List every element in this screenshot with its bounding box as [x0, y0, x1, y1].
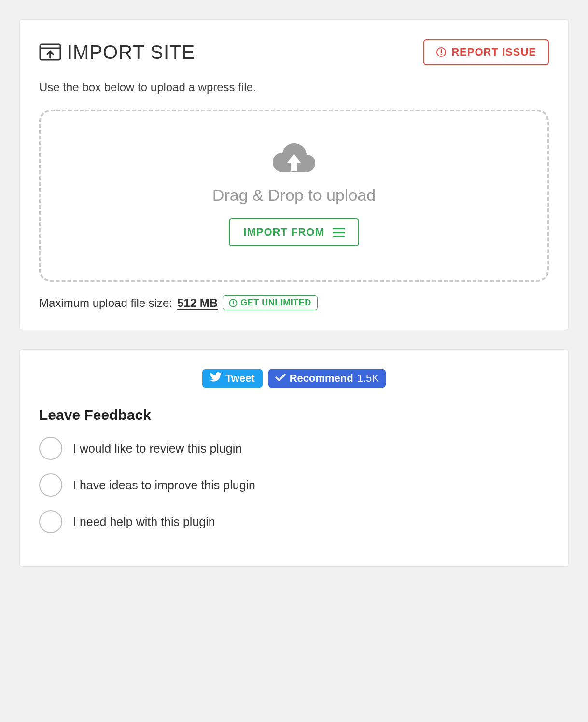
- feedback-option-ideas[interactable]: I have ideas to improve this plugin: [39, 473, 549, 497]
- max-size-label: Maximum upload file size:: [39, 296, 172, 310]
- hamburger-icon: [333, 228, 345, 237]
- import-panel-header: IMPORT SITE REPORT ISSUE: [39, 39, 549, 65]
- dropzone-text: Drag & Drop to upload: [51, 186, 537, 205]
- page-title: IMPORT SITE: [67, 42, 195, 63]
- radio-icon: [39, 510, 62, 533]
- get-unlimited-button[interactable]: GET UNLIMITED: [223, 295, 318, 310]
- feedback-title: Leave Feedback: [39, 407, 549, 423]
- radio-icon: [39, 437, 62, 460]
- report-issue-label: REPORT ISSUE: [451, 46, 536, 58]
- import-subtitle: Use the box below to upload a wpress fil…: [39, 81, 549, 94]
- tweet-button[interactable]: Tweet: [202, 369, 263, 388]
- recommend-button[interactable]: Recommend 1.5K: [268, 369, 386, 388]
- alert-icon: [436, 47, 447, 57]
- import-from-label: IMPORT FROM: [243, 226, 324, 238]
- svg-marker-2: [47, 50, 53, 54]
- cloud-upload-icon: [51, 140, 537, 177]
- feedback-option-review[interactable]: I would like to review this plugin: [39, 437, 549, 460]
- feedback-option-label: I have ideas to improve this plugin: [73, 478, 255, 492]
- radio-icon: [39, 473, 62, 497]
- info-icon: [229, 299, 238, 307]
- feedback-option-help[interactable]: I need help with this plugin: [39, 510, 549, 533]
- import-panel: IMPORT SITE REPORT ISSUE Use the box bel…: [19, 19, 569, 330]
- import-from-button[interactable]: IMPORT FROM: [229, 218, 359, 246]
- recommend-count: 1.5K: [357, 372, 379, 385]
- report-issue-button[interactable]: REPORT ISSUE: [423, 39, 549, 65]
- import-icon: [39, 42, 61, 62]
- feedback-option-label: I need help with this plugin: [73, 515, 215, 529]
- svg-point-5: [441, 54, 442, 55]
- tweet-label: Tweet: [225, 372, 255, 385]
- twitter-icon: [210, 372, 222, 385]
- check-icon: [275, 372, 286, 385]
- recommend-label: Recommend: [290, 372, 353, 385]
- max-size-value: 512 MB: [177, 296, 218, 310]
- max-upload-row: Maximum upload file size: 512 MB GET UNL…: [39, 295, 549, 310]
- feedback-panel: Tweet Recommend 1.5K Leave Feedback I wo…: [19, 349, 569, 567]
- feedback-option-label: I would like to review this plugin: [73, 442, 242, 456]
- upload-dropzone[interactable]: Drag & Drop to upload IMPORT FROM: [39, 110, 549, 282]
- social-buttons-row: Tweet Recommend 1.5K: [39, 369, 549, 388]
- unlimited-label: GET UNLIMITED: [240, 298, 311, 308]
- title-wrap: IMPORT SITE: [39, 42, 195, 63]
- svg-point-8: [233, 304, 234, 305]
